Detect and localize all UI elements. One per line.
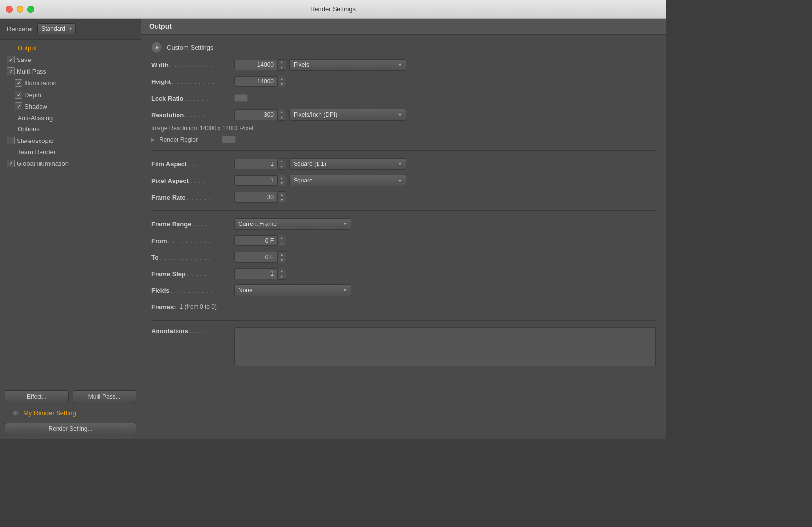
resolution-spinner-down[interactable]: ▼ xyxy=(278,115,286,120)
film-aspect-input-wrapper: ▲ ▼ xyxy=(234,158,286,170)
sidebar-item-output[interactable]: Output xyxy=(0,42,141,54)
sidebar-item-depth[interactable]: ✓ Depth xyxy=(0,89,141,101)
from-spinner[interactable]: ▲ ▼ xyxy=(278,235,286,246)
sidebar-item-save[interactable]: ✓ Save xyxy=(0,54,141,65)
check-shadow: ✓ xyxy=(15,102,22,110)
pixel-aspect-spinner-up[interactable]: ▲ xyxy=(278,175,286,181)
height-spinner-up[interactable]: ▲ xyxy=(278,76,286,81)
render-setting-button[interactable]: Render Setting... xyxy=(5,423,136,435)
effect-button[interactable]: Effect... xyxy=(5,390,69,403)
pixel-aspect-input[interactable] xyxy=(234,175,278,186)
pixel-aspect-spinner[interactable]: ▲ ▼ xyxy=(278,175,286,186)
sidebar-item-options[interactable]: Options xyxy=(0,123,141,135)
crosshair-icon: ⊕ xyxy=(12,409,20,417)
frame-step-input[interactable] xyxy=(234,268,278,279)
minimize-button[interactable] xyxy=(17,6,23,13)
renderer-label: Renderer xyxy=(7,25,33,33)
film-aspect-row: Film Aspect . . . . ▲ ▼ Square (1:1) 4:3… xyxy=(151,158,656,170)
frame-range-select[interactable]: Current Frame All Frames Preview Range C… xyxy=(234,218,351,230)
film-aspect-input[interactable] xyxy=(234,159,278,169)
pixel-aspect-unit-wrapper[interactable]: Square D1 NTSC D1 PAL xyxy=(289,175,406,186)
sidebar-item-teamrender[interactable]: Team Render xyxy=(0,146,141,158)
render-region-toggle[interactable] xyxy=(222,136,236,143)
film-aspect-spinner-up[interactable]: ▲ xyxy=(278,159,286,164)
lock-ratio-toggle[interactable] xyxy=(234,94,248,102)
height-spinner-down[interactable]: ▼ xyxy=(278,81,286,87)
resolution-unit-select[interactable]: Pixels/Inch (DPI) Pixels/Centimeter xyxy=(289,109,406,121)
pixel-aspect-spinner-down[interactable]: ▼ xyxy=(278,181,286,186)
frame-step-input-wrapper: ▲ ▼ xyxy=(234,268,286,280)
annotations-area[interactable] xyxy=(234,327,656,366)
maximize-button[interactable] xyxy=(27,6,34,13)
frame-range-row: Frame Range . . . . Current Frame All Fr… xyxy=(151,218,656,230)
width-spinner-up[interactable]: ▲ xyxy=(278,60,286,65)
from-spinner-up[interactable]: ▲ xyxy=(278,235,286,241)
from-spinner-down[interactable]: ▼ xyxy=(278,241,286,246)
frames-value: 1 (from 0 to 0) xyxy=(180,304,217,310)
content-scroll[interactable]: Custom Settings Width . . . . . . . . . … xyxy=(141,35,666,439)
frame-step-label: Frame Step . . . . . . xyxy=(151,270,234,278)
to-spinner-up[interactable]: ▲ xyxy=(278,252,286,257)
content-header: Output xyxy=(141,19,666,35)
sidebar-item-label-shadow: Shadow xyxy=(24,103,47,110)
from-input[interactable] xyxy=(234,235,278,246)
height-input[interactable] xyxy=(234,76,278,87)
window-controls xyxy=(6,6,34,13)
width-input[interactable] xyxy=(234,60,278,70)
sidebar-item-label-antialiasing: Anti-Aliasing xyxy=(18,114,53,122)
to-spinner[interactable]: ▲ ▼ xyxy=(278,251,286,263)
sidebar: Renderer Standard Output ✓ Save ✓ xyxy=(0,19,141,439)
to-input[interactable] xyxy=(234,252,278,263)
film-aspect-unit-select[interactable]: Square (1:1) 4:3 16:9 Custom xyxy=(289,158,406,170)
render-setting-item: ⊕ My Render Setting xyxy=(5,406,136,420)
width-spinner-down[interactable]: ▼ xyxy=(278,65,286,70)
annotations-label: Annotations . . . . . xyxy=(151,327,234,335)
frame-rate-input[interactable] xyxy=(234,192,278,203)
to-label: To . . . . . . . . . . . . xyxy=(151,254,234,261)
sidebar-item-multipass[interactable]: ✓ Multi-Pass xyxy=(0,65,141,77)
renderer-select[interactable]: Standard xyxy=(37,23,76,34)
multipass-button[interactable]: Multi-Pass... xyxy=(73,390,137,403)
to-spinner-down[interactable]: ▼ xyxy=(278,257,286,263)
close-button[interactable] xyxy=(6,6,13,13)
renderer-row: Renderer Standard xyxy=(0,19,141,40)
sidebar-item-shadow[interactable]: ✓ Shadow xyxy=(0,101,141,112)
sidebar-item-stereoscopic[interactable]: Stereoscopic xyxy=(0,135,141,146)
app-body: Renderer Standard Output ✓ Save ✓ xyxy=(0,19,666,439)
frame-range-wrapper[interactable]: Current Frame All Frames Preview Range C… xyxy=(234,218,351,230)
film-aspect-spinner-down[interactable]: ▼ xyxy=(278,164,286,169)
frame-rate-label: Frame Rate . . . . . . xyxy=(151,194,234,201)
sidebar-item-illumination[interactable]: ✓ Illumination xyxy=(0,77,141,89)
width-spinner[interactable]: ▲ ▼ xyxy=(278,59,286,71)
pixel-aspect-unit-select[interactable]: Square D1 NTSC D1 PAL xyxy=(289,175,406,186)
fields-wrapper[interactable]: None Even Odd xyxy=(234,284,351,296)
render-region-chevron: ▶ xyxy=(151,137,155,142)
frame-rate-row: Frame Rate . . . . . . ▲ ▼ xyxy=(151,191,656,203)
fields-select[interactable]: None Even Odd xyxy=(234,284,351,296)
resolution-unit-wrapper[interactable]: Pixels/Inch (DPI) Pixels/Centimeter xyxy=(289,109,406,121)
renderer-select-wrapper[interactable]: Standard xyxy=(37,23,76,34)
film-aspect-spinner[interactable]: ▲ ▼ xyxy=(278,158,286,170)
sidebar-item-globalillum[interactable]: ✓ Global Illumination xyxy=(0,158,141,169)
custom-settings-row: Custom Settings xyxy=(151,42,656,53)
width-input-wrapper: ▲ ▼ xyxy=(234,59,286,71)
height-spinner[interactable]: ▲ ▼ xyxy=(278,76,286,87)
frame-rate-spinner-up[interactable]: ▲ xyxy=(278,192,286,197)
sidebar-item-label-output: Output xyxy=(18,44,37,52)
width-unit-wrapper[interactable]: Pixels Centimeters Inches Millimeters xyxy=(289,59,406,71)
resolution-spinner[interactable]: ▲ ▼ xyxy=(278,109,286,121)
resolution-input[interactable] xyxy=(234,109,278,120)
resolution-spinner-up[interactable]: ▲ xyxy=(278,109,286,115)
film-aspect-unit-wrapper[interactable]: Square (1:1) 4:3 16:9 Custom xyxy=(289,158,406,170)
sidebar-item-antialiasing[interactable]: Anti-Aliasing xyxy=(0,112,141,123)
frame-rate-spinner-down[interactable]: ▼ xyxy=(278,197,286,203)
window-title: Render Settings xyxy=(310,5,356,13)
width-unit-select[interactable]: Pixels Centimeters Inches Millimeters xyxy=(289,59,406,71)
check-multipass: ✓ xyxy=(7,67,15,75)
frame-step-spinner-down[interactable]: ▼ xyxy=(278,274,286,279)
frame-step-spinner[interactable]: ▲ ▼ xyxy=(278,268,286,280)
custom-settings-play-btn[interactable] xyxy=(151,42,162,53)
resolution-input-wrapper: ▲ ▼ xyxy=(234,109,286,121)
frame-step-spinner-up[interactable]: ▲ xyxy=(278,268,286,274)
frame-rate-spinner[interactable]: ▲ ▼ xyxy=(278,191,286,203)
